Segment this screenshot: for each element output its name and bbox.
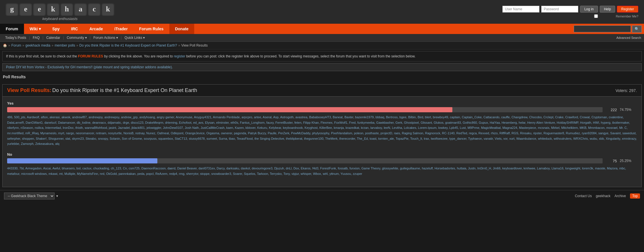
breadcrumb-member-polls[interactable]: member polls	[55, 43, 75, 47]
footer-links: Contact Us geekhack Archive Top	[575, 193, 640, 199]
option-no-voters: 443330, 7bt, Armegadon, Ascai, Awful, bh…	[7, 166, 637, 176]
theme-select[interactable]: -- Geekhack Black Theme	[4, 193, 55, 199]
promo-bar[interactable]: Poker DIY kit from Vortex - Exclusively …	[2, 63, 642, 71]
nav-spy[interactable]: Spy	[47, 24, 65, 34]
footer-top-button[interactable]: Top	[630, 193, 640, 199]
remember-me-label: Remember Me?	[616, 15, 638, 18]
poll-question: Do you think Ripster is the #1 Keyboard …	[52, 87, 197, 93]
subnav-community[interactable]: Community ▾	[65, 35, 89, 40]
poll-body: Yes 222 74.75% 486, 500_pts, Aardwolf, a…	[3, 97, 641, 187]
logo-tile-e1: e	[19, 3, 32, 15]
poll-option-yes: Yes 222 74.75% 486, 500_pts, Aardwolf, a…	[7, 101, 637, 147]
option-yes-count: 222	[605, 108, 617, 112]
subnav: Today's Posts | FAQ | Calendar | Communi…	[0, 34, 644, 42]
option-yes-label: Yes	[7, 101, 637, 105]
register-button[interactable]: Register	[617, 6, 638, 13]
logo-tile-k2: k	[102, 3, 114, 15]
login-row: Log in Help Register	[502, 6, 638, 13]
footer-contact-us[interactable]: Contact Us	[575, 194, 592, 198]
poll-option-no: No 75 25.25% 443330, 7bt, Armegadon, Asc…	[7, 152, 637, 176]
nav-wiki[interactable]: Wiki ▾	[24, 24, 47, 34]
voters-count: Voters: 297.	[615, 88, 637, 93]
search-button[interactable]: 🔍	[632, 25, 642, 33]
option-no-bar-bg	[7, 158, 603, 163]
username-input[interactable]	[502, 6, 539, 13]
nav-forum[interactable]: Forum	[0, 24, 24, 34]
option-yes-pct: 74.75%	[620, 108, 637, 112]
nav-irc[interactable]: IRC	[65, 24, 84, 34]
subnav-quick-links[interactable]: Quick Links ▾	[122, 35, 147, 40]
remember-me-checkbox[interactable]	[577, 14, 615, 18]
breadcrumb: 🏠 » Forum » geekhack media » member poll…	[0, 42, 644, 49]
poll-title-bar: View Poll Results: Do you think Ripster …	[3, 85, 641, 97]
logo-tile-a: a	[74, 3, 87, 15]
option-no-label: No	[7, 152, 637, 157]
footer: -- Geekhack Black Theme ▾ Contact Us gee…	[0, 190, 644, 202]
password-input[interactable]	[541, 6, 578, 13]
search-bar: 🔍	[574, 25, 644, 33]
nav-itrader[interactable]: iTrader	[109, 24, 133, 34]
register-link[interactable]: register	[174, 54, 185, 58]
option-no-bar-fill	[7, 158, 157, 163]
option-yes-bar-fill	[7, 107, 452, 112]
theme-dropdown-arrow[interactable]: ▾	[56, 194, 58, 198]
footer-archive[interactable]: Archive	[615, 194, 626, 198]
breadcrumb-current: View Poll Results	[181, 43, 208, 47]
search-input[interactable]	[574, 25, 631, 32]
login-button[interactable]: Log in	[580, 6, 598, 13]
breadcrumb-geekhack-media[interactable]: geekhack media	[25, 43, 50, 47]
logo-tile-k: k	[47, 3, 59, 15]
theme-select-wrapper: -- Geekhack Black Theme ▾	[4, 193, 58, 199]
subnav-todays-posts[interactable]: Today's Posts	[3, 35, 29, 40]
remember-me-row: Remember Me?	[577, 14, 638, 18]
advanced-search-link[interactable]: Advanced Search	[616, 36, 641, 39]
forum-rules-link[interactable]: FORUM RULES	[78, 54, 103, 58]
breadcrumb-poll-link[interactable]: Do you think Ripster is the #1 Keyboard …	[79, 43, 177, 47]
logo-subtitle: keyboard enthusiasts	[43, 17, 78, 21]
subnav-faq[interactable]: FAQ	[31, 35, 42, 40]
info-box: If this is your first visit, be sure to …	[2, 51, 642, 61]
nav-forum-rules[interactable]: Forum Rules	[133, 24, 169, 34]
nav-donate[interactable]: Donate	[169, 24, 194, 34]
login-area: Log in Help Register Remember Me?	[502, 6, 638, 18]
subnav-forum-actions[interactable]: Forum Actions ▾	[91, 35, 120, 40]
option-yes-voters: 486, 500_pts, Aardwolf, afton, akerasi, …	[7, 115, 637, 147]
poll-label: View Poll Results:	[7, 87, 51, 93]
nav-arcade[interactable]: Arcade	[84, 24, 109, 34]
option-yes-bar-bg	[7, 107, 603, 112]
logo-tile-g: g	[6, 3, 18, 15]
header: g e e k h a c k keyboard enthusiasts Log…	[0, 0, 644, 24]
poll-container: View Poll Results: Do you think Ripster …	[2, 84, 642, 187]
logo-tile-h: h	[61, 3, 73, 15]
option-no-count: 75	[605, 159, 617, 163]
footer-geekhack[interactable]: geekhack	[596, 194, 610, 198]
logo-tile-c: c	[88, 3, 101, 15]
breadcrumb-home-icon[interactable]: 🏠	[3, 43, 7, 47]
option-no-pct: 25.25%	[620, 159, 637, 163]
logo-area: g e e k h a c k keyboard enthusiasts	[6, 3, 114, 21]
breadcrumb-forum[interactable]: Forum	[11, 43, 21, 47]
navbar: Forum Wiki ▾ Spy IRC Arcade iTrader Foru…	[0, 24, 644, 34]
logo-tiles: g e e k h a c k	[6, 3, 114, 15]
help-button[interactable]: Help	[600, 6, 615, 13]
subnav-calendar[interactable]: Calendar	[44, 35, 63, 40]
poll-section-title: Poll Results	[0, 72, 644, 81]
logo-tile-e2: e	[33, 3, 46, 15]
